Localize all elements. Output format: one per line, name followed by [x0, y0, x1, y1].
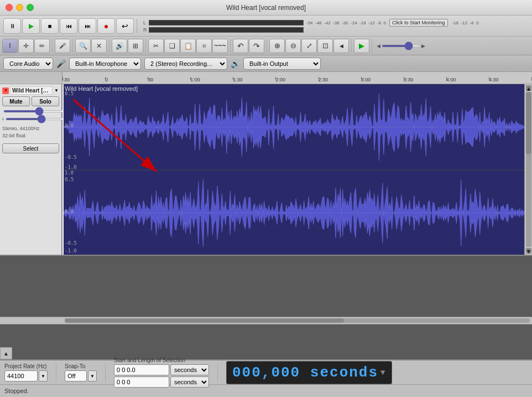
ruler-tick: -30	[62, 77, 70, 83]
monitor-button[interactable]: Click to Start Monitoring	[389, 19, 448, 27]
loop-button[interactable]	[116, 18, 134, 34]
redo-button[interactable]: ↷	[249, 39, 264, 53]
waveform-area[interactable]: Wild Heart [vocal removed] 0.50.0-0.5-1.…	[62, 84, 524, 255]
project-rate-dropdown-button[interactable]: ▼	[39, 370, 48, 381]
zoom-fit-button[interactable]: ⤢	[301, 39, 317, 53]
selection-start-input[interactable]	[114, 364, 169, 375]
multiclip-tool-button[interactable]: ⊞	[128, 39, 143, 53]
transport-bar: L -54 -48 -42 -36 -30 -24 -18 -12 -6 0 C…	[0, 16, 532, 37]
project-rate-input[interactable]	[4, 370, 38, 381]
record-button[interactable]	[97, 18, 115, 34]
big-time-group: 000,000 seconds ▼	[226, 361, 392, 384]
svg-text:-1.0: -1.0	[65, 164, 77, 170]
zoom-in2-button[interactable]: ⊕	[269, 39, 285, 53]
vu-bar-bottom	[149, 27, 304, 33]
play-green-button[interactable]: ▶	[354, 39, 369, 53]
vscroll-track[interactable]	[526, 92, 531, 247]
ruler-ticks[interactable]: -300301:001:302:002:303:003:304:004:305:…	[62, 72, 532, 83]
tools-sep3	[109, 39, 109, 53]
multitool-button[interactable]: ✛	[18, 39, 34, 53]
selection-group: Start and Length of Selection seconds se…	[114, 357, 209, 388]
vscroll-thumb[interactable]	[526, 92, 531, 154]
vscroll-down-arrow[interactable]: ▼	[526, 248, 531, 254]
ruler-tick: 2:30	[319, 77, 328, 83]
selection-start-unit-select[interactable]: seconds	[170, 364, 209, 375]
project-rate-label: Project Rate (Hz)	[4, 363, 48, 369]
device-bar: Core Audio 🎤 Built-in Microphone 2 (Ster…	[0, 55, 532, 72]
play-green-icon: ▶	[359, 42, 364, 50]
pan-slider-row: L R	[2, 116, 59, 121]
zoom-fit-icon: ⤢	[306, 42, 312, 50]
separator	[137, 19, 137, 33]
track-name: Wild Heart [vo...	[10, 86, 53, 95]
output-device-select[interactable]: Built-in Output	[243, 58, 321, 70]
maximize-button[interactable]	[27, 4, 34, 11]
timeline-ruler: -300301:001:302:002:303:003:304:004:305:…	[0, 72, 532, 84]
zoom-sel-button[interactable]: ⊡	[317, 39, 333, 53]
ruler-tick: 30	[148, 77, 153, 83]
playback-vol-label: ◀	[377, 43, 380, 49]
ruler-tick: 1:30	[233, 77, 243, 83]
paste-button[interactable]: 📋	[180, 39, 196, 53]
snap-to-dropdown-button[interactable]: ▼	[88, 370, 97, 381]
track-select-button[interactable]: Select	[2, 143, 59, 153]
zoom-sel-icon: ⊡	[322, 42, 328, 50]
hscrollbar	[0, 317, 532, 324]
record-icon	[104, 22, 108, 30]
multitool-icon: ✛	[23, 42, 29, 50]
play-button[interactable]	[22, 18, 40, 34]
mic-device-select[interactable]: Built-in Microphone	[69, 58, 141, 70]
vu-bar-top	[149, 20, 304, 25]
cursor-tool-button[interactable]: I	[2, 39, 18, 53]
zoom-in-tool-button[interactable]: 🔍	[75, 39, 91, 53]
empty-area	[0, 256, 532, 317]
speaker-tool-button[interactable]: 🔊	[112, 39, 127, 53]
speaker-icon: 🔊	[116, 42, 124, 50]
pause-icon	[9, 23, 15, 29]
tools-sep7	[351, 39, 352, 53]
pause-button[interactable]	[3, 18, 21, 34]
close-button[interactable]	[6, 4, 13, 11]
copy-button[interactable]: ❑	[164, 39, 180, 53]
right-scrollbar[interactable]: ▲ ▼	[524, 84, 532, 255]
track-dropdown-button[interactable]: ▼	[54, 88, 59, 94]
snap-to-input[interactable]	[65, 370, 87, 381]
playback-volume-slider[interactable]	[382, 45, 420, 47]
vscroll-up-arrow[interactable]: ▲	[526, 85, 531, 91]
skip-fwd-button[interactable]	[79, 18, 96, 34]
ruler-tick: 0	[105, 77, 108, 83]
silence-button[interactable]: ~~~	[212, 39, 228, 53]
skip-back-button[interactable]	[60, 18, 77, 34]
tools-bar: I ✛ ✏ 🎤 🔍 ✕ 🔊 ⊞ ✂ ❑ 📋 ⌗ ~~~ ↶ ↷ ⊕ ⊖ ⤢ ⊡ …	[0, 37, 532, 55]
loop-icon	[122, 22, 128, 30]
minimize-button[interactable]	[16, 4, 23, 11]
track-header: ✕ Wild Heart [vo... ▼ Mute Solo 0 L R St…	[0, 84, 62, 255]
hscroll-track[interactable]	[65, 318, 530, 323]
collapse-button[interactable]: ▲	[0, 347, 12, 359]
hscroll-thumb[interactable]	[65, 318, 344, 323]
mic-tool-button[interactable]: 🎤	[55, 39, 70, 53]
big-time-dropdown-button[interactable]: ▼	[380, 368, 386, 377]
trim-button[interactable]: ⌗	[196, 39, 212, 53]
stop-button[interactable]	[41, 18, 59, 34]
speaker-icon-device: 🔊	[231, 59, 240, 68]
track-info-line2: 32-bit float	[2, 132, 59, 140]
solo-button[interactable]: Solo	[32, 96, 59, 106]
audio-host-select[interactable]: Core Audio	[3, 58, 53, 70]
scroll-left-icon: ◀	[340, 43, 343, 49]
big-time-value: 000,000 seconds	[232, 364, 378, 381]
pencil-tool-button[interactable]: ✏	[34, 39, 50, 53]
pan-slider-section: L R	[2, 116, 59, 123]
zoom-cross-tool-button[interactable]: ✕	[91, 39, 107, 53]
zoom-out-button[interactable]: ⊖	[285, 39, 301, 53]
ruler-tick: 3:30	[404, 77, 414, 83]
mute-button[interactable]: Mute	[2, 96, 30, 106]
cut-button[interactable]: ✂	[148, 39, 164, 53]
undo-button[interactable]: ↶	[233, 39, 248, 53]
scroll-left-button[interactable]: ◀	[333, 39, 349, 53]
recording-mode-select[interactable]: 2 (Stereo) Recording...	[144, 58, 227, 70]
track-close-button[interactable]: ✕	[2, 87, 9, 94]
tools-sep5	[230, 39, 231, 53]
waveform-svg: 0.50.0-0.5-1.01.00.50.0-0.5-1.0	[62, 84, 524, 255]
svg-rect-2	[62, 84, 524, 255]
